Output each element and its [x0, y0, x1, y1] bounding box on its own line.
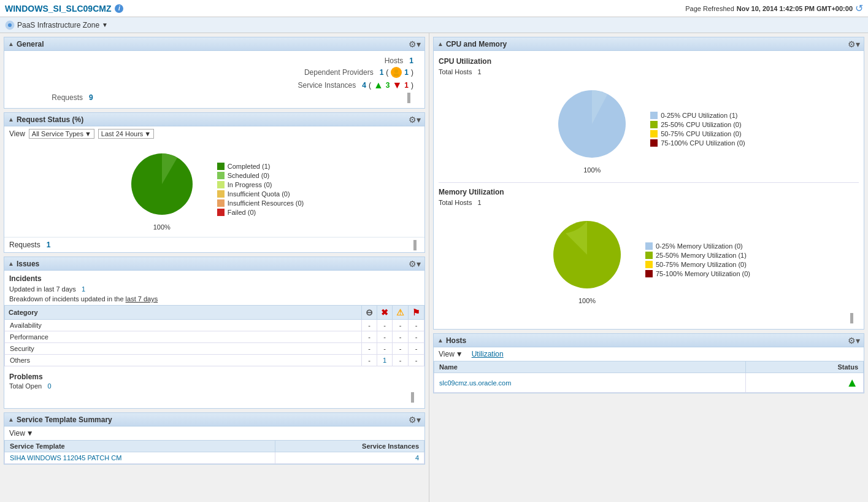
cpu-total-label: Total Hosts — [439, 68, 472, 75]
hosts-section: ▲ Hosts ⚙▾ View ▼ Utilization Name — [433, 333, 864, 393]
legend-scheduled: Scheduled (0) — [217, 172, 304, 179]
zone-selector[interactable]: PaaS Infrastructure Zone ▼ — [5, 20, 108, 30]
issues-triangle: ▲ — [8, 260, 14, 267]
service-instances-value[interactable]: 4 — [362, 81, 366, 90]
request-pie-chart — [125, 147, 199, 221]
issues-table-row: Security - - - - — [5, 343, 424, 355]
cpu-0-25-color — [650, 112, 658, 119]
hosts-col-status: Status — [746, 361, 864, 373]
hosts-view-button[interactable]: View ▼ — [439, 350, 463, 358]
col-category: Category — [5, 306, 362, 320]
hosts-col-name: Name — [434, 361, 746, 373]
cpu-memory-section: ▲ CPU and Memory ⚙▾ CPU Utilization Tota… — [433, 37, 864, 330]
legend-completed: Completed (1) — [217, 163, 304, 170]
header-title: WINDOWS_SI_SLC09CMZ i — [5, 4, 123, 14]
utilization-tab[interactable]: Utilization — [472, 350, 504, 358]
hosts-triangle: ▲ — [437, 337, 444, 344]
refresh-button[interactable]: ↺ — [855, 2, 863, 14]
mem-bar-icon: ▌ — [439, 311, 859, 325]
mem-75-100-color — [645, 270, 653, 277]
issues-title: ▲ Issues — [8, 260, 39, 268]
updated-value-link[interactable]: 1 — [82, 285, 85, 293]
requests-row-value[interactable]: 1 — [47, 241, 51, 249]
issues-title-text: Issues — [17, 260, 39, 268]
legend-failed-color — [217, 209, 225, 216]
issues-gear[interactable]: ⚙▾ — [409, 259, 421, 269]
st-view-arrow: ▼ — [26, 429, 34, 438]
cpu-75-100-label: 75-100% CPU Utilization (0) — [661, 139, 745, 147]
provider-svg — [392, 68, 401, 77]
total-open-value[interactable]: 0 — [47, 382, 51, 390]
general-providers-row: Dependent Providers 1 ( 1 ) — [9, 67, 420, 78]
header: WINDOWS_SI_SLC09CMZ i Page Refreshed Nov… — [0, 0, 868, 17]
legend-completed-label: Completed (1) — [228, 163, 271, 170]
issues-table-row: Others - 1 - - — [5, 355, 424, 366]
st-triangle: ▲ — [8, 416, 14, 423]
request-status-gear[interactable]: ⚙▾ — [409, 115, 421, 125]
st-instances-value[interactable]: 4 — [275, 452, 424, 464]
service-instances-down[interactable]: 1 — [404, 81, 409, 90]
mem-75-100-label: 75-100% Memory Utilization (0) — [656, 270, 750, 277]
hosts-body: View ▼ Utilization Name Status slc09cmz.… — [434, 347, 864, 393]
issue-major: - — [377, 343, 393, 355]
request-status-triangle: ▲ — [8, 116, 14, 123]
legend-quota-color — [217, 190, 225, 198]
providers-paren-open: ( — [386, 68, 388, 77]
hosts-title-text: Hosts — [446, 336, 466, 345]
general-title-text: General — [17, 40, 44, 48]
request-status-title: ▲ Request Status (%) — [8, 115, 83, 124]
legend-failed-label: Failed (0) — [228, 209, 256, 216]
service-type-select[interactable]: All Service Types ▼ — [29, 129, 94, 139]
view-label: View — [9, 129, 25, 138]
issue-major: - — [377, 320, 393, 331]
cpu-memory-header: ▲ CPU and Memory ⚙▾ — [434, 37, 864, 51]
service-type-value: All Service Types — [32, 130, 83, 137]
st-col-template: Service Template — [5, 441, 275, 452]
updated-label: Updated in last 7 days — [9, 285, 76, 293]
providers-paren-close: ) — [411, 68, 413, 77]
mem-total-label: Total Hosts — [439, 199, 472, 206]
legend-inprogress: In Progress (0) — [217, 181, 304, 188]
requests-value[interactable]: 9 — [89, 93, 93, 102]
general-gear-button[interactable]: ⚙▾ — [409, 39, 421, 49]
si-paren-open: ( — [369, 81, 371, 90]
hosts-value[interactable]: 1 — [409, 56, 413, 65]
left-panel: ▲ General ⚙▾ Hosts 1 Dependent Providers… — [0, 33, 429, 502]
hosts-gear[interactable]: ⚙▾ — [848, 336, 860, 346]
mem-percent: 100% — [578, 297, 596, 304]
col-major: ✖ — [377, 306, 393, 320]
issue-critical: - — [362, 355, 377, 366]
cpu-gear[interactable]: ⚙▾ — [848, 39, 860, 49]
host-name[interactable]: slc09cmz.us.oracle.com — [434, 373, 746, 393]
cpu-legend-50-75: 50-75% CPU Utilization (0) — [650, 130, 745, 137]
providers-count[interactable]: 1 — [404, 68, 409, 77]
st-gear[interactable]: ⚙▾ — [409, 415, 421, 425]
total-open-label: Total Open — [9, 382, 42, 390]
problems-info: Total Open 0 — [9, 382, 420, 390]
zone-label-text: PaaS Infrastructure Zone — [17, 21, 99, 29]
service-instances-up[interactable]: 3 — [386, 81, 390, 90]
issues-table-row: Performance - - - - — [5, 331, 424, 343]
header-refresh-info: Page Refreshed Nov 10, 2014 1:42:05 PM G… — [685, 2, 863, 14]
mem-0-25-color — [645, 242, 653, 250]
requests-bar-icon: ▌ — [96, 93, 413, 102]
providers-value[interactable]: 1 — [380, 68, 384, 77]
requests-bar-icon2: ▌ — [413, 240, 420, 250]
time-range-select[interactable]: Last 24 Hours ▼ — [98, 129, 154, 139]
st-view-button[interactable]: View ▼ — [9, 429, 34, 438]
cpu-legend-0-25: 0-25% CPU Utilization (1) — [650, 112, 745, 119]
col-warning: ⚠ — [393, 306, 409, 320]
legend-resources: Insufficient Resources (0) — [217, 199, 304, 207]
issue-category: Security — [5, 343, 362, 355]
mem-pie-area: 100% 0-25% Memory Utilization (0) 25-50%… — [439, 209, 859, 311]
legend-resources-label: Insufficient Resources (0) — [228, 199, 304, 207]
col-flag: ⚑ — [409, 306, 424, 320]
subheader: PaaS Infrastructure Zone ▼ — [0, 17, 868, 33]
issue-category: Others — [5, 355, 362, 366]
others-value-link[interactable]: 1 — [383, 357, 386, 364]
issues-section: ▲ Issues ⚙▾ Incidents Updated in last 7 … — [4, 257, 425, 409]
hosts-header: ▲ Hosts ⚙▾ — [434, 334, 864, 347]
st-template-name[interactable]: SIHA WINDOWS 112045 PATCH CM — [5, 452, 275, 464]
cpu-body: CPU Utilization Total Hosts 1 100% — [434, 51, 864, 329]
info-icon[interactable]: i — [115, 4, 123, 13]
